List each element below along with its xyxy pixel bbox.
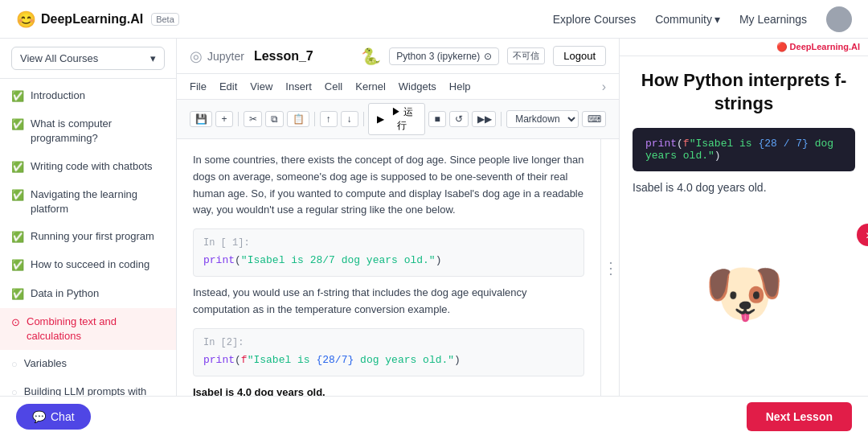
circle-icon: ⊙ (484, 51, 492, 62)
paragraph-1: In some countries, there exists the conc… (193, 152, 584, 219)
code-cell-2[interactable]: In [2]: print(f"Isabel is {28/7} dog yea… (193, 328, 584, 376)
sidebar-item-combining-text[interactable]: ⊙ Combining text and calculations (0, 308, 176, 350)
sidebar-header: View All Courses ▾ (0, 39, 176, 79)
output-1: Isabel is 4.0 dog years old. (193, 385, 584, 396)
jupyter-right: 🐍 Python 3 (ipykerne) ⊙ 不可信 Logout (361, 46, 606, 66)
cell-1-code: print("Isabel is 28/7 dog years old.") (203, 253, 574, 269)
sidebar-item-how-succeed[interactable]: ✅ How to succeed in coding (0, 251, 176, 279)
check-icon: ✅ (11, 89, 24, 104)
add-cell-button[interactable]: + (215, 111, 233, 127)
menu-edit[interactable]: Edit (219, 77, 237, 96)
dots-icon: ⋮ (603, 258, 617, 278)
bottom-bar: 💬 Chat Next Lesson (0, 396, 868, 436)
content-area: In some countries, there exists the conc… (177, 139, 619, 396)
menu-expand-icon[interactable]: › (602, 80, 606, 94)
sidebar-item-variables[interactable]: ○ Variables (0, 350, 176, 378)
right-panel-header: 🔴 DeepLearning.AI (620, 39, 868, 56)
nav-links: Explore Courses Community ▾ My Learnings (553, 6, 852, 32)
sidebar-items-list: ✅ Introduction ✅ What is computer progra… (0, 79, 176, 396)
community-link[interactable]: Community ▾ (655, 13, 720, 26)
copy-button[interactable]: ⧉ (265, 111, 283, 127)
collapse-handle[interactable]: ⋮ (600, 139, 619, 396)
check-icon: ✅ (11, 160, 24, 175)
slide-print-keyword: print (645, 138, 677, 150)
menu-help[interactable]: Help (449, 77, 471, 96)
right-panel: 🔴 DeepLearning.AI How Python interprets … (619, 39, 868, 396)
menu-view[interactable]: View (250, 77, 272, 96)
sidebar-item-navigating[interactable]: ✅ Navigating the learning platform (0, 181, 176, 223)
code-cell-1[interactable]: In [ 1]: print("Isabel is 28/7 dog years… (193, 228, 584, 277)
top-navigation: 😊 DeepLearning.AI Beta Explore Courses C… (0, 0, 868, 39)
community-chevron-icon: ▾ (714, 13, 720, 26)
logo-emoji: 😊 (16, 10, 36, 29)
save-button[interactable]: 💾 (190, 111, 212, 127)
sidebar-item-writing-code[interactable]: ✅ Writing code with chatbots (0, 153, 176, 181)
not-trusted-badge: 不可信 (507, 47, 545, 64)
sidebar-item-running-first[interactable]: ✅ Running your first program (0, 223, 176, 251)
sidebar: View All Courses ▾ ✅ Introduction ✅ What… (0, 39, 177, 396)
move-up-button[interactable]: ↑ (320, 111, 338, 127)
menu-kernel[interactable]: Kernel (355, 77, 386, 96)
separator (501, 112, 502, 126)
check-icon: ✅ (11, 287, 24, 302)
paragraph-2: Instead, you would use an f-string that … (193, 285, 584, 319)
beta-badge: Beta (151, 13, 179, 26)
cell-2-code: print(f"Isabel is {28/7} dog years old."… (203, 352, 574, 369)
menu-cell[interactable]: Cell (325, 77, 342, 96)
slide-code-box: print(f"Isabel is {28 / 7} dog years old… (633, 128, 855, 171)
jupyter-header: ◎ Jupyter Lesson_7 🐍 Python 3 (ipykerne)… (177, 39, 619, 74)
next-lesson-button[interactable]: Next Lesson (747, 402, 852, 431)
sidebar-item-what-is-programming[interactable]: ✅ What is computer programming? (0, 110, 176, 152)
jupyter-menu-bar: File Edit View Insert Cell Kernel Widget… (177, 74, 619, 100)
check-icon: ✅ (11, 188, 24, 203)
chat-icon: 💬 (32, 410, 46, 423)
deeplearning-logo-small: 🔴 DeepLearning.AI (776, 42, 860, 52)
slide-dog-image: 🐶 (633, 204, 855, 383)
explore-courses-link[interactable]: Explore Courses (553, 13, 637, 26)
restart-button[interactable]: ↺ (449, 111, 468, 127)
check-icon: ✅ (11, 230, 24, 245)
move-down-button[interactable]: ↓ (341, 111, 358, 127)
user-avatar[interactable] (826, 6, 852, 32)
jupyter-toolbar: 💾 + ✂ ⧉ 📋 ↑ ↓ ▶ ▶ 运行 ■ ↺ ▶▶ Markdown Cod… (177, 100, 619, 139)
jupyter-lesson: Lesson_7 (254, 49, 313, 64)
paste-button[interactable]: 📋 (287, 111, 309, 127)
separator (314, 112, 315, 126)
cell-1-label: In [ 1]: (203, 236, 574, 251)
cell-type-select[interactable]: Markdown Code (506, 110, 579, 128)
jupyter-area: ◎ Jupyter Lesson_7 🐍 Python 3 (ipykerne)… (177, 39, 619, 396)
chevron-down-icon: ▾ (150, 52, 156, 64)
dog-emoji-icon: 🐶 (704, 256, 784, 331)
separator (238, 112, 239, 126)
check-icon: ✅ (11, 117, 24, 132)
chat-button[interactable]: 💬 Chat (16, 404, 91, 430)
slide-content: How Python interprets f-strings print(f"… (620, 56, 868, 396)
logo: 😊 DeepLearning.AI Beta (16, 10, 179, 29)
empty-icon: ○ (11, 385, 18, 396)
run-button[interactable]: ▶ ▶ 运行 (368, 103, 425, 135)
jupyter-title: Jupyter (207, 50, 244, 63)
sidebar-item-building-llm[interactable]: ○ Building LLM prompts with variables (0, 378, 176, 396)
stop-button[interactable]: ■ (428, 111, 446, 127)
slide-title: How Python interprets f-strings (633, 69, 855, 115)
python-icon: 🐍 (361, 47, 381, 66)
check-icon: ✅ (11, 258, 24, 273)
run-icon: ▶ (377, 113, 384, 125)
check-circle-icon: ⊙ (11, 315, 20, 330)
view-all-courses-button[interactable]: View All Courses ▾ (11, 47, 165, 70)
jupyter-icon: ◎ (190, 47, 203, 65)
logo-text: DeepLearning.AI (41, 12, 143, 27)
main-layout: View All Courses ▾ ✅ Introduction ✅ What… (0, 39, 868, 396)
sidebar-item-data-python[interactable]: ✅ Data in Python (0, 280, 176, 308)
slide-output-text: Isabel is 4.0 dog years old. (633, 181, 855, 194)
sidebar-item-introduction[interactable]: ✅ Introduction (0, 82, 176, 110)
my-learnings-link[interactable]: My Learnings (739, 13, 807, 26)
menu-widgets[interactable]: Widgets (399, 77, 436, 96)
keyboard-shortcuts-button[interactable]: ⌨ (582, 111, 606, 127)
logout-button[interactable]: Logout (553, 46, 606, 66)
jupyter-content: In some countries, there exists the conc… (177, 139, 600, 396)
restart-run-button[interactable]: ▶▶ (472, 111, 497, 127)
cut-button[interactable]: ✂ (244, 111, 262, 127)
menu-file[interactable]: File (190, 77, 207, 96)
menu-insert[interactable]: Insert (285, 77, 312, 96)
